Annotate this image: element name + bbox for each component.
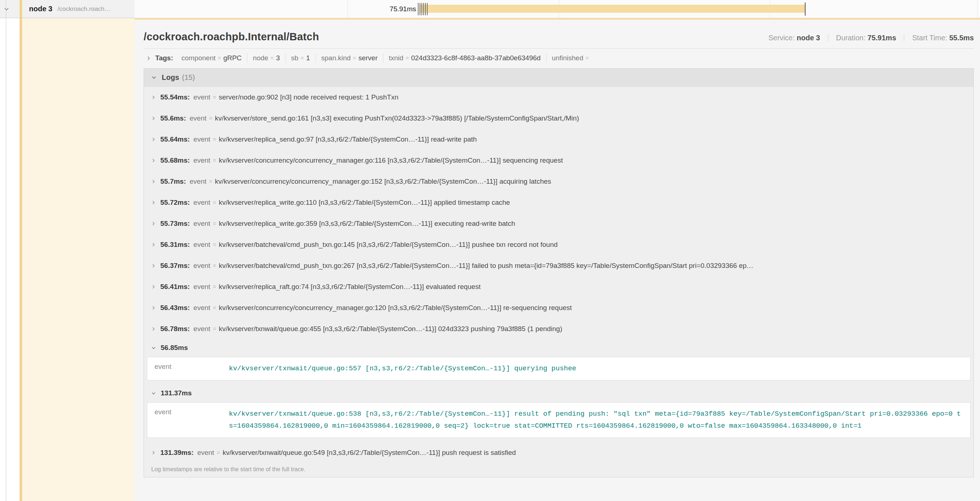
log-field-key: event: [193, 304, 210, 312]
log-entry-row[interactable]: 55.72ms:event=kv/kvserver/replica_write.…: [144, 192, 974, 213]
log-field-value: kv/kvserver/replica_write.go:110 [n3,s3,…: [219, 199, 510, 207]
log-timestamp: 131.37ms: [161, 389, 192, 397]
chevron-down-icon[interactable]: [151, 391, 156, 396]
chevron-right-icon[interactable]: [151, 179, 156, 184]
log-entry-row[interactable]: 55.7ms:event=kv/kvserver/concurrency/con…: [144, 171, 974, 192]
timeline-gridline: [977, 0, 977, 18]
log-field-value: kv/kvserver/concurrency/concurrency_mana…: [219, 304, 572, 312]
log-entry-expanded-header[interactable]: 131.37ms: [144, 385, 974, 402]
log-entry-row[interactable]: 55.64ms:event=kv/kvserver/replica_send.g…: [144, 129, 974, 150]
chevron-right-icon[interactable]: [146, 56, 151, 61]
log-timestamp: 56.37ms:: [160, 262, 190, 270]
log-equals-sign: =: [213, 220, 216, 227]
tag-key: unfinished: [552, 54, 584, 62]
log-field-value: server/node.go:902 [n3] node received re…: [219, 93, 398, 101]
log-timestamp: 55.6ms:: [160, 114, 186, 122]
log-tick-marks: [418, 3, 428, 15]
trace-viewer: node 3 /cockroach.roach… 75.91ms /cockr: [0, 0, 980, 501]
chevron-right-icon[interactable]: [151, 306, 156, 310]
tag-item: txnid=024d3323-6c8f-4863-aa8b-37ab0e6349…: [383, 53, 547, 63]
chevron-right-icon[interactable]: [151, 200, 156, 205]
log-field-key: event: [147, 408, 229, 432]
log-entry-row[interactable]: 55.54ms:event=server/node.go:902 [n3] no…: [144, 87, 974, 108]
chevron-down-icon[interactable]: [4, 6, 10, 12]
tags-list: component=gRPCnode=3sb=1span.kind=server…: [176, 53, 596, 63]
tag-equals-sign: =: [406, 55, 409, 61]
tag-value: gRPC: [223, 54, 242, 62]
log-entry-row[interactable]: 131.39ms:event=kv/kvserver/txnwait/queue…: [144, 442, 974, 463]
chevron-down-icon[interactable]: [151, 75, 157, 80]
log-field-key: event: [147, 363, 229, 375]
chevron-right-icon[interactable]: [151, 95, 156, 99]
tag-value: 3: [276, 54, 280, 62]
divider: [6, 18, 6, 501]
tag-item: node=3: [247, 53, 285, 63]
logs-section: Logs (15) 55.54ms:event=server/node.go:9…: [144, 68, 974, 477]
log-field-value: kv/kvserver/txnwait/queue.go:557 [n3,s3,…: [229, 363, 963, 375]
tag-value: 024d3323-6c8f-4863-aa8b-37ab0e63496d: [411, 54, 541, 62]
chevron-right-icon[interactable]: [151, 222, 156, 226]
log-field-key: event: [193, 136, 210, 144]
log-entry-row[interactable]: 56.78ms:event=kv/kvserver/txnwait/queue.…: [144, 318, 974, 340]
log-field-value: kv/kvserver/txnwait/queue.go:538 [n3,s3,…: [229, 408, 963, 432]
log-equals-sign: =: [216, 450, 220, 456]
log-field-key: event: [193, 220, 210, 228]
chevron-right-icon[interactable]: [151, 327, 156, 331]
page-title: /cockroach.roachpb.Internal/Batch: [144, 31, 319, 43]
chevron-right-icon[interactable]: [151, 116, 156, 121]
log-timestamp: 55.68ms:: [160, 156, 190, 164]
log-entry-row[interactable]: 56.43ms:event=kv/kvserver/concurrency/co…: [144, 297, 974, 318]
span-duration-bar[interactable]: [419, 5, 805, 13]
log-entry-row[interactable]: 56.37ms:event=kv/kvserver/batcheval/cmd_…: [144, 255, 974, 276]
log-timestamp: 55.73ms:: [160, 220, 190, 228]
logs-footer-note: Log timestamps are relative to the start…: [144, 463, 974, 477]
tag-equals-sign: =: [585, 55, 589, 61]
log-timestamp: 56.41ms:: [160, 283, 190, 291]
left-gutter: [0, 18, 135, 501]
log-entry-row[interactable]: 55.6ms:event=kv/kvserver/store_send.go:1…: [144, 108, 974, 129]
log-equals-sign: =: [213, 241, 216, 248]
divider: [904, 34, 904, 41]
span-timeline-cell[interactable]: 75.91ms: [135, 0, 980, 18]
log-timestamp: 56.78ms:: [160, 325, 190, 333]
span-name-cell[interactable]: node 3 /cockroach.roach…: [0, 0, 135, 18]
span-operation-name: /cockroach.roach…: [57, 5, 110, 13]
log-field-key: event: [193, 93, 210, 101]
chevron-right-icon[interactable]: [151, 137, 156, 142]
duration-label: Duration:: [836, 34, 865, 42]
chevron-right-icon[interactable]: [151, 243, 156, 247]
logs-section-header[interactable]: Logs (15): [144, 69, 974, 87]
tag-key: txnid: [389, 54, 403, 62]
log-entry-row[interactable]: 55.68ms:event=kv/kvserver/concurrency/co…: [144, 150, 974, 171]
log-list: 55.54ms:event=server/node.go:902 [n3] no…: [144, 87, 974, 463]
chevron-right-icon[interactable]: [151, 285, 156, 289]
tag-equals-sign: =: [353, 55, 356, 61]
log-field-value: kv/kvserver/replica_send.go:97 [n3,s3,r6…: [219, 136, 477, 144]
tag-key: sb: [291, 54, 299, 62]
chevron-right-icon[interactable]: [151, 263, 156, 268]
log-equals-sign: =: [213, 199, 216, 206]
log-field-key: event: [193, 241, 210, 249]
log-timestamp: 55.54ms:: [160, 93, 190, 101]
tag-value: 1: [306, 54, 310, 62]
log-entry-detail-table: eventkv/kvserver/txnwait/queue.go:557 [n…: [147, 357, 970, 380]
log-equals-sign: =: [213, 262, 216, 269]
selected-row-highlight: [22, 18, 135, 501]
tags-label: Tags:: [155, 54, 173, 62]
log-entry-expanded-header[interactable]: 56.85ms: [144, 340, 974, 356]
log-entry-row[interactable]: 55.73ms:event=kv/kvserver/replica_write.…: [144, 213, 974, 234]
log-timestamp: 131.39ms:: [160, 449, 194, 457]
tag-equals-sign: =: [270, 55, 274, 61]
tag-item: sb=1: [286, 53, 316, 63]
detail-header: /cockroach.roachpb.Internal/Batch Servic…: [144, 31, 974, 43]
chevron-right-icon[interactable]: [151, 450, 156, 455]
chevron-right-icon[interactable]: [151, 158, 156, 163]
log-entry-row[interactable]: 56.41ms:event=kv/kvserver/replica_raft.g…: [144, 276, 974, 297]
log-field-value: kv/kvserver/txnwait/queue.go:455 [n3,s3,…: [219, 325, 562, 333]
log-field-key: event: [190, 114, 206, 122]
tag-key: span.kind: [321, 54, 351, 62]
chevron-down-icon[interactable]: [151, 346, 156, 350]
log-entry-row[interactable]: 56.31ms:event=kv/kvserver/batcheval/cmd_…: [144, 234, 974, 255]
log-field-value: kv/kvserver/batcheval/cmd_push_txn.go:14…: [219, 241, 557, 249]
tags-section[interactable]: Tags: component=gRPCnode=3sb=1span.kind=…: [144, 49, 974, 67]
